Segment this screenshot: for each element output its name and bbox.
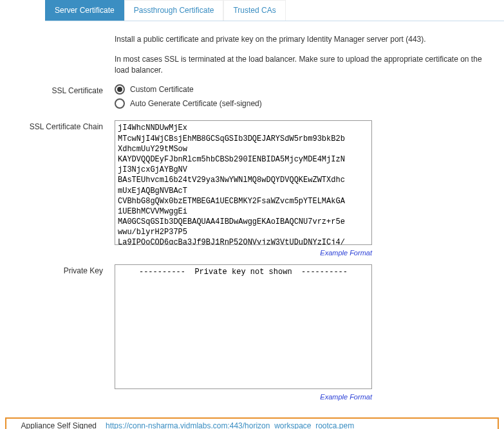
radio-label-custom: Custom Certificate [130, 85, 194, 94]
link-example-format-pk[interactable]: Example Format [115, 393, 372, 401]
tab-bar: Server Certificate Passthrough Certifica… [45, 0, 504, 21]
radio-row-custom: Custom Certificate [115, 84, 491, 95]
radio-label-auto: Auto Generate Certificate (self-signed) [130, 99, 262, 108]
label-private-key: Private Key [13, 264, 115, 401]
intro-text: Install a public certificate and private… [115, 34, 491, 75]
field-root-ca: https://conn-nsharma.vidmlabs.com:443/ho… [106, 421, 494, 429]
radio-custom-certificate[interactable] [115, 84, 125, 95]
label-ssl-certificate: SSL Certificate [13, 84, 115, 113]
field-ssl-chain: Example Format [115, 120, 491, 257]
row-root-ca: Appliance Self Signed Root CA Certificat… [5, 417, 499, 429]
label-ssl-chain: SSL Certificate Chain [13, 120, 115, 257]
intro-line-2: In most cases SSL is terminated at the l… [115, 54, 491, 76]
row-ssl-certificate: SSL Certificate Custom Certificate Auto … [13, 84, 491, 113]
tab-passthrough-certificate[interactable]: Passthrough Certificate [124, 0, 224, 21]
tab-server-certificate[interactable]: Server Certificate [45, 0, 124, 21]
link-example-format-chain[interactable]: Example Format [115, 249, 372, 257]
row-private-key: Private Key Example Format [13, 264, 491, 401]
textarea-ssl-chain[interactable] [115, 120, 372, 245]
radio-row-auto: Auto Generate Certificate (self-signed) [115, 98, 491, 109]
field-ssl-certificate: Custom Certificate Auto Generate Certifi… [115, 84, 491, 113]
row-ssl-chain: SSL Certificate Chain Example Format [13, 120, 491, 257]
tab-trusted-cas[interactable]: Trusted CAs [223, 0, 285, 21]
field-private-key: Example Format [115, 264, 491, 401]
label-root-ca: Appliance Self Signed Root CA Certificat… [10, 421, 106, 429]
link-root-ca-url[interactable]: https://conn-nsharma.vidmlabs.com:443/ho… [106, 421, 494, 429]
textarea-private-key[interactable] [115, 264, 372, 389]
content-area: Install a public certificate and private… [0, 21, 504, 415]
radio-auto-generate[interactable] [115, 98, 125, 109]
intro-line-1: Install a public certificate and private… [115, 34, 491, 45]
